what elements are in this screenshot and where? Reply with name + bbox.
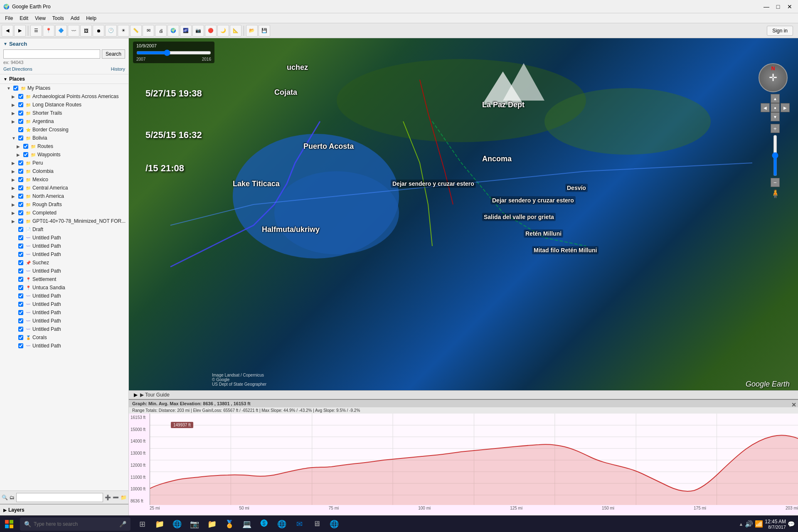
tree-item-shorter-trails[interactable]: ▶ 📁 Shorter Trails <box>0 109 128 117</box>
toolbar-btn-record-tour[interactable]: ⏺ <box>93 25 104 37</box>
toolbar-btn-sun[interactable]: ☀ <box>118 25 129 37</box>
checkbox-my-places[interactable] <box>13 86 18 91</box>
tree-item-central-america[interactable]: ▶ 📁 Central America <box>0 184 128 192</box>
toolbar-btn-mars[interactable]: 🔴 <box>205 25 217 37</box>
tree-item-north-america[interactable]: ▶ 📁 North America <box>0 192 128 200</box>
toolbar-btn-image-overlay[interactable]: 🖼 <box>80 25 92 37</box>
folder-icon[interactable]: 📁 <box>121 495 127 500</box>
checkbox-untitled-1[interactable] <box>18 235 23 240</box>
checkbox-argentina[interactable] <box>18 119 23 124</box>
taskbar-notification-icon[interactable]: 💬 <box>788 521 795 527</box>
zoom-out-btn[interactable]: − <box>771 178 780 187</box>
toolbar-btn-street[interactable]: 📷 <box>192 25 204 37</box>
time-range-input[interactable] <box>136 49 211 56</box>
taskbar-wifi-icon[interactable]: 📶 <box>755 520 763 528</box>
toolbar-btn-kml[interactable]: 📂 <box>246 25 258 37</box>
tree-item-untitled-5[interactable]: 〰 Untitled Path <box>0 292 128 300</box>
tree-item-waypoints[interactable]: ▶ 📁 Waypoints <box>0 150 128 159</box>
toolbar-btn-back[interactable]: ◀ <box>2 25 13 37</box>
pan-left[interactable]: ◀ <box>761 103 770 112</box>
start-button[interactable] <box>0 516 18 532</box>
toolbar-btn-email[interactable]: ✉ <box>143 25 154 37</box>
taskbar-icon-camera[interactable]: 📷 <box>186 516 203 532</box>
search-button[interactable]: Search <box>102 49 125 59</box>
places-header[interactable]: ▼ Places <box>0 74 128 84</box>
toolbar-btn-path[interactable]: 〰 <box>68 25 79 37</box>
checkbox-bolivia[interactable] <box>18 135 23 140</box>
checkbox-untitled-9[interactable] <box>18 327 23 332</box>
taskbar-icon-files[interactable]: 📁 <box>204 516 220 532</box>
checkbox-border-crossing[interactable] <box>18 127 23 132</box>
toolbar-btn-kml2[interactable]: 💾 <box>259 25 270 37</box>
tree-item-settlement[interactable]: 📍 Settlement <box>0 275 128 283</box>
taskbar-icon-display[interactable]: 🖥 <box>308 516 325 532</box>
toolbar-btn-moon[interactable]: 🌙 <box>217 25 229 37</box>
toolbar-btn-show-sidebar[interactable]: ☰ <box>30 25 42 37</box>
menu-edit[interactable]: Edit <box>16 15 32 22</box>
menu-view[interactable]: View <box>32 15 49 22</box>
tree-item-my-places[interactable]: ▼ 📁 My Places <box>0 84 128 92</box>
tree-item-untitled-7[interactable]: 〰 Untitled Path <box>0 308 128 317</box>
zoom-in-btn[interactable]: + <box>771 124 780 133</box>
remove-item-icon[interactable]: ➖ <box>113 495 119 500</box>
checkbox-untitled-5[interactable] <box>18 293 23 298</box>
taskbar-icon-skype[interactable]: 🅢 <box>256 516 273 532</box>
tree-item-routes[interactable]: ▶ 📁 Routes <box>0 142 128 150</box>
taskbar-icon-network[interactable]: 🌐 <box>326 516 342 532</box>
tree-item-bolivia[interactable]: ▼ 📁 Bolivia <box>0 134 128 142</box>
tree-item-untitled-4[interactable]: 〰 Untitled Path <box>0 267 128 275</box>
tree-item-untitled-3[interactable]: 〰 Untitled Path <box>0 250 128 259</box>
checkbox-settlement[interactable] <box>18 277 23 282</box>
compass-circle[interactable]: N ✛ <box>759 63 788 92</box>
toolbar-btn-measure[interactable]: 📐 <box>230 25 241 37</box>
tree-item-long-distance[interactable]: ▶ 📁 Long Distance Routes <box>0 101 128 109</box>
taskbar-icon-edge[interactable]: 🌐 <box>169 516 185 532</box>
toolbar-btn-earth[interactable]: 🌍 <box>167 25 179 37</box>
checkbox-completed[interactable] <box>18 210 23 215</box>
checkbox-north-america[interactable] <box>18 194 23 199</box>
tree-item-archaeological[interactable]: ▶ 📁 Archaeological Points Across America… <box>0 92 128 101</box>
history-link[interactable]: History <box>111 66 125 71</box>
tree-item-border-crossing[interactable]: ⭐ Border Crossing <box>0 126 128 134</box>
checkbox-draft[interactable] <box>18 227 23 232</box>
tree-item-gpt[interactable]: ▶ 📁 GPT01-40+70-78_Minimized_NOT FOR... <box>0 217 128 225</box>
toolbar-btn-fwd[interactable]: ▶ <box>14 25 26 37</box>
taskbar-icon-task-view[interactable]: ⊞ <box>134 516 150 532</box>
checkbox-untitled-7[interactable] <box>18 310 23 315</box>
taskbar-icon-file-explorer[interactable]: 📁 <box>151 516 168 532</box>
checkbox-untitled-10[interactable] <box>18 343 23 348</box>
tree-item-untitled-6[interactable]: 〰 Untitled Path <box>0 300 128 308</box>
taskbar-search-bar[interactable]: 🔍 🎤 <box>20 517 131 531</box>
taskbar-mic-icon[interactable]: 🎤 <box>119 521 126 527</box>
taskbar-search-input[interactable] <box>34 521 117 527</box>
tree-item-untuca[interactable]: 📍 Untuca Sandia <box>0 283 128 292</box>
checkbox-corals[interactable] <box>18 335 23 340</box>
checkbox-archaeological[interactable] <box>18 94 23 99</box>
tree-item-rough-drafts[interactable]: ▶ 📁 Rough Drafts <box>0 200 128 209</box>
maximize-button[interactable]: □ <box>773 2 783 12</box>
toolbar-btn-placemark[interactable]: 📍 <box>43 25 54 37</box>
checkbox-untuca[interactable] <box>18 285 23 290</box>
checkbox-colombia[interactable] <box>18 169 23 174</box>
tree-item-colombia[interactable]: ▶ 📁 Colombia <box>0 167 128 175</box>
pan-up[interactable]: ▲ <box>771 94 780 103</box>
checkbox-untitled-2[interactable] <box>18 244 23 249</box>
checkbox-gpt[interactable] <box>18 219 23 224</box>
tree-item-untitled-2[interactable]: 〰 Untitled Path <box>0 242 128 250</box>
pan-right[interactable]: ▶ <box>781 103 790 112</box>
checkbox-mexico[interactable] <box>18 177 23 182</box>
street-view-person[interactable]: 🧍 <box>759 189 792 199</box>
sign-in-button[interactable]: Sign in <box>767 26 793 36</box>
checkbox-waypoints[interactable] <box>23 152 28 157</box>
taskbar-icon-medal[interactable]: 🏅 <box>221 516 238 532</box>
checkbox-untitled-8[interactable] <box>18 318 23 323</box>
taskbar-volume-icon[interactable]: 🔊 <box>745 520 753 528</box>
checkbox-routes[interactable] <box>23 144 28 149</box>
tour-guide-bar[interactable]: ▶ ▶ Tour Guide <box>129 390 798 399</box>
tree-item-untitled-1[interactable]: 〰 Untitled Path <box>0 234 128 242</box>
nav-compass[interactable]: N ✛ ▲ ◀ ● ▶ ▼ <box>759 63 792 96</box>
search-input[interactable] <box>3 49 100 59</box>
checkbox-shorter-trails[interactable] <box>18 111 23 116</box>
minimize-button[interactable]: — <box>761 2 771 12</box>
chart-close-button[interactable]: ✕ <box>791 401 796 408</box>
